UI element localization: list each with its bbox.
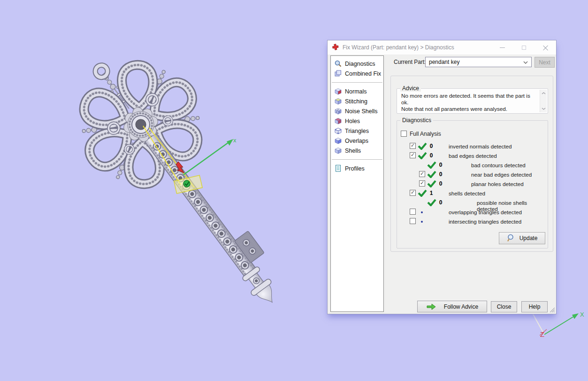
row-label: overlapping triangles detected xyxy=(449,209,522,215)
minimize-button[interactable] xyxy=(491,40,513,54)
sidebar-item-stitching[interactable]: Stitching xyxy=(331,96,383,106)
advice-line: No more errors are detected. It seems th… xyxy=(401,93,533,106)
row-checkbox[interactable] xyxy=(410,218,416,224)
chevron-up-icon xyxy=(542,92,546,94)
sidebar-label: Stitching xyxy=(345,98,367,105)
next-button[interactable]: Next xyxy=(535,57,555,68)
row-count: 0 xyxy=(435,199,446,206)
row-checkbox[interactable] xyxy=(419,180,425,187)
follow-advice-button[interactable]: Follow Advice xyxy=(417,301,487,312)
row-checkbox[interactable] xyxy=(410,152,416,158)
current-part-value: pendant key xyxy=(429,59,459,65)
resize-grip[interactable] xyxy=(549,306,555,312)
follow-advice-label: Follow Advice xyxy=(444,303,478,310)
advice-line: Note that not all parameters were analys… xyxy=(401,106,533,112)
diagnostic-row-bad-contours: 0 bad contours detected xyxy=(397,160,548,170)
row-label: inverted normals detected xyxy=(449,143,512,149)
scroll-up-button[interactable] xyxy=(540,90,547,97)
point-marker xyxy=(183,180,190,187)
advice-group-label: Advice xyxy=(400,85,421,92)
dialog-title: Fix Wizard (Part: pendant key) > Diagnos… xyxy=(343,44,454,51)
diagnostics-group-label: Diagnostics xyxy=(400,117,433,124)
row-count: 0 xyxy=(426,143,437,149)
help-button[interactable]: Help xyxy=(521,301,548,312)
sidebar-item-overlaps[interactable]: Overlaps xyxy=(331,136,383,146)
fix-wizard-app-icon xyxy=(332,44,339,51)
cube-plain-icon xyxy=(334,147,342,155)
magnifier-icon xyxy=(334,60,342,68)
update-button[interactable]: Update xyxy=(499,232,545,244)
row-count: 0 xyxy=(426,152,437,159)
pick-axis-label: x xyxy=(233,137,237,144)
minimize-icon xyxy=(500,47,505,48)
sidebar-item-normals[interactable]: Normals xyxy=(331,86,383,96)
bail-ring xyxy=(93,62,112,82)
magnifier-icon xyxy=(507,234,515,242)
row-checkbox[interactable] xyxy=(410,209,416,215)
close-button[interactable] xyxy=(535,40,556,54)
row-count: 1 xyxy=(426,190,437,196)
sidebar-label: Profiles xyxy=(345,165,365,172)
pick-axis-arrowhead xyxy=(227,139,233,146)
sidebar-item-shells[interactable]: Shells xyxy=(331,146,383,156)
row-label: near bad edges detected xyxy=(471,171,532,178)
close-icon xyxy=(543,45,548,50)
sidebar-label: Triangles xyxy=(345,128,369,134)
row-checkbox[interactable] xyxy=(410,190,416,196)
row-count: 0 xyxy=(435,171,446,178)
axis-x-label: X xyxy=(580,311,584,318)
sidebar-label: Holes xyxy=(345,118,360,124)
pending-dot-icon xyxy=(421,221,423,223)
cube-red-icon xyxy=(334,87,342,95)
diagnostic-row-inverted-normals: 0 inverted normals detected xyxy=(397,141,548,151)
advice-text: No more errors are detected. It seems th… xyxy=(401,93,533,112)
advice-group: Advice No more errors are detected. It s… xyxy=(397,88,548,114)
fix-wizard-dialog: Fix Wizard (Part: pendant key) > Diagnos… xyxy=(327,40,557,314)
pending-dot-icon xyxy=(421,211,423,213)
maximize-icon xyxy=(522,46,526,50)
sidebar-label: Noise Shells xyxy=(345,108,377,115)
advice-scrollbar[interactable] xyxy=(540,90,547,112)
sidebar-item-diagnostics[interactable]: Diagnostics xyxy=(331,59,383,69)
full-analysis-checkbox[interactable] xyxy=(401,131,407,137)
current-part-select[interactable]: pendant key xyxy=(425,57,532,67)
sidebar-label: Combined Fix xyxy=(345,70,381,77)
diagnostic-row-possible-noise-shells: 0 possible noise shells detected xyxy=(397,198,548,207)
diagnostic-row-near-bad-edges: 0 near bad edges detected xyxy=(397,170,548,179)
diagnostics-rows: 0 inverted normals detected 0 bad edges … xyxy=(397,141,548,226)
sidebar-item-holes[interactable]: Holes xyxy=(331,116,383,126)
sidebar-separator xyxy=(332,159,382,160)
diagnostic-row-shells: 1 shells detected xyxy=(397,188,548,198)
row-label: bad contours detected xyxy=(471,162,526,168)
axis-x-arrowhead xyxy=(572,313,579,319)
diagnostic-row-planar-holes: 0 planar holes detected xyxy=(397,179,548,188)
sidebar-separator xyxy=(332,82,382,83)
cube-dots-icon xyxy=(334,107,342,115)
sidebar-label: Diagnostics xyxy=(345,61,375,67)
chevron-down-icon xyxy=(542,108,546,110)
close-dialog-button[interactable]: Close xyxy=(491,301,517,312)
maximize-button[interactable] xyxy=(513,40,535,54)
row-checkbox[interactable] xyxy=(419,171,425,177)
cube-blue-icon xyxy=(334,137,342,145)
row-label: shells detected xyxy=(449,190,485,196)
row-label: intersecting triangles detected xyxy=(449,218,521,225)
row-label: planar holes detected xyxy=(471,181,524,187)
full-analysis-label: Full Analysis xyxy=(410,131,441,137)
row-count: 0 xyxy=(435,180,446,187)
sidebar-item-profiles[interactable]: Profiles xyxy=(331,163,383,173)
sidebar-label: Shells xyxy=(345,148,361,154)
diagnostic-row-bad-edges: 0 bad edges detected xyxy=(397,151,548,160)
dialog-titlebar[interactable]: Fix Wizard (Part: pendant key) > Diagnos… xyxy=(328,40,556,54)
current-part-label: Current Part: xyxy=(394,59,426,65)
sidebar-item-triangles[interactable]: Triangles xyxy=(331,126,383,136)
update-label: Update xyxy=(519,235,538,241)
sidebar-item-combined-fix[interactable]: Combined Fix xyxy=(331,69,383,78)
row-count: 0 xyxy=(435,162,446,168)
row-checkbox[interactable] xyxy=(410,143,416,149)
sidebar-label: Overlaps xyxy=(345,138,368,144)
sidebar-item-noise-shells[interactable]: Noise Shells xyxy=(331,106,383,116)
scroll-down-button[interactable] xyxy=(540,105,547,112)
row-label: bad edges detected xyxy=(449,153,497,159)
cube-wireframe-icon xyxy=(334,127,342,135)
